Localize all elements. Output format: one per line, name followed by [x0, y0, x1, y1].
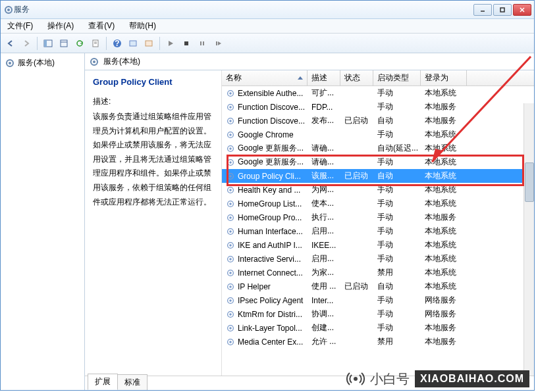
cell-name: Group Policy Cli...: [222, 172, 308, 181]
cell-logon: 本地服务: [421, 115, 467, 126]
service-icon: [226, 89, 235, 98]
table-row[interactable]: Interactive Servi...启用...手动本地系统: [222, 252, 534, 266]
svg-point-41: [229, 189, 232, 191]
cell-desc: Inter...: [308, 296, 340, 305]
tree-root-item[interactable]: 服务(本地): [3, 56, 82, 70]
restart-button[interactable]: [211, 36, 225, 51]
cell-name: Function Discove...: [222, 103, 308, 112]
cell-name: Function Discove...: [222, 116, 308, 126]
col-logon[interactable]: 登录为: [421, 70, 467, 86]
table-row[interactable]: Human Interface...启用...手动本地系统: [222, 224, 534, 238]
cell-start: 手动: [373, 322, 421, 333]
cell-desc: 发布...: [308, 115, 340, 126]
table-row[interactable]: IP Helper使用 ...已启动自动本地系统: [222, 280, 534, 293]
table-row[interactable]: Function Discove...FDP...手动本地服务: [222, 100, 534, 114]
cell-desc: 启用...: [308, 226, 340, 237]
close-button[interactable]: [513, 4, 531, 16]
cell-desc: 请确...: [308, 143, 340, 154]
help-button[interactable]: ?: [110, 36, 124, 51]
cell-logon: 本地系统: [421, 267, 467, 278]
service-icon: [226, 172, 235, 181]
minimize-button[interactable]: [473, 4, 492, 16]
service-icon: [226, 116, 235, 126]
svg-point-55: [229, 285, 232, 288]
svg-point-35: [229, 147, 232, 150]
table-row[interactable]: IKE and AuthIP I...IKEE...手动本地系统: [222, 238, 534, 252]
cell-desc: FDP...: [308, 103, 340, 112]
properties-button[interactable]: [88, 36, 103, 51]
svg-rect-7: [44, 40, 47, 47]
scroll-thumb[interactable]: [525, 162, 534, 202]
export-button[interactable]: [57, 36, 71, 51]
col-desc[interactable]: 描述: [308, 70, 340, 86]
right-header: 服务(本地): [85, 53, 534, 70]
pause-button[interactable]: [195, 36, 209, 51]
table-row[interactable]: Group Policy Cli...该服...已启动自动本地系统: [222, 169, 534, 183]
cell-desc: 协调...: [308, 308, 340, 320]
table-row[interactable]: Extensible Authe...可扩...手动本地系统: [222, 86, 534, 100]
cell-start: 手动: [373, 308, 421, 320]
cell-start: 自动: [373, 281, 421, 292]
detail-pane: Group Policy Client 描述: 该服务负责通过组策略组件应用管理…: [85, 70, 222, 390]
toolbar-button-a[interactable]: [126, 36, 140, 51]
detail-title: Group Policy Client: [93, 77, 213, 87]
service-icon: [226, 255, 235, 264]
cell-logon: 本地系统: [421, 226, 467, 237]
table-row[interactable]: Function Discove...发布...已启动自动本地服务: [222, 114, 534, 128]
table-row[interactable]: Health Key and ...为网...手动本地系统: [222, 183, 534, 197]
cell-logon: 本地系统: [421, 129, 467, 140]
gear-icon: [89, 57, 99, 67]
service-icon: [226, 130, 235, 139]
scrollbar[interactable]: [523, 103, 534, 390]
menu-action[interactable]: 操作(A): [45, 19, 76, 33]
show-hide-tree-button[interactable]: [41, 36, 55, 51]
svg-point-43: [229, 203, 232, 205]
menu-file[interactable]: 文件(F): [5, 19, 36, 33]
table-row[interactable]: HomeGroup List...使本...手动本地系统: [222, 197, 534, 210]
col-start[interactable]: 启动类型: [373, 70, 421, 86]
col-name[interactable]: 名称: [222, 70, 308, 86]
svg-point-29: [229, 106, 232, 109]
toolbar: ?: [1, 34, 534, 53]
svg-point-63: [229, 341, 232, 343]
menu-view[interactable]: 查看(V): [86, 19, 117, 33]
back-button[interactable]: [3, 36, 18, 51]
col-status[interactable]: 状态: [340, 70, 373, 86]
cell-desc: 启用...: [308, 253, 340, 264]
play-button[interactable]: [163, 36, 178, 51]
toolbar-button-b[interactable]: [142, 36, 156, 51]
svg-point-27: [229, 92, 232, 95]
stop-button[interactable]: [179, 36, 194, 51]
detail-label: 描述:: [93, 96, 213, 107]
table-row[interactable]: HomeGroup Pro...执行...手动本地服务: [222, 210, 534, 224]
menu-help[interactable]: 帮助(H): [126, 19, 159, 33]
svg-rect-16: [130, 41, 136, 46]
service-icon: [226, 144, 235, 153]
svg-point-39: [229, 175, 232, 178]
cell-start: 手动: [373, 101, 421, 112]
table-row[interactable]: Google Chrome手动本地系统: [222, 128, 534, 141]
service-icon: [226, 185, 235, 195]
table-row[interactable]: Google 更新服务...请确...自动(延迟...本地系统: [222, 141, 534, 155]
svg-rect-18: [184, 41, 188, 45]
cell-name: IP Helper: [222, 282, 308, 291]
tab-extended[interactable]: 扩展: [88, 374, 118, 390]
table-row[interactable]: KtmRm for Distri...协调...手动网络服务: [222, 307, 534, 321]
table-row[interactable]: Link-Layer Topol...创建...手动本地服务: [222, 321, 534, 335]
cell-name: Link-Layer Topol...: [222, 324, 308, 333]
forward-button[interactable]: [19, 36, 34, 51]
refresh-button[interactable]: [72, 36, 87, 51]
cell-start: 手动: [373, 129, 421, 140]
tab-standard[interactable]: 标准: [117, 374, 147, 390]
maximize-button[interactable]: [493, 4, 512, 16]
table-row[interactable]: Google 更新服务...请确...手动本地系统: [222, 155, 534, 169]
list-rows[interactable]: Extensible Authe...可扩...手动本地系统Function D…: [222, 86, 534, 362]
service-icon: [226, 158, 235, 167]
cell-name: Google Chrome: [222, 130, 308, 139]
table-row[interactable]: Media Center Ex...允许 ...禁用本地服务: [222, 335, 534, 349]
watermark-brand: 小白号: [370, 370, 410, 388]
table-row[interactable]: Internet Connect...为家...禁用本地系统: [222, 266, 534, 280]
table-row[interactable]: IPsec Policy AgentInter...手动网络服务: [222, 293, 534, 307]
service-icon: [226, 310, 235, 319]
cell-start: 自动: [373, 115, 421, 126]
